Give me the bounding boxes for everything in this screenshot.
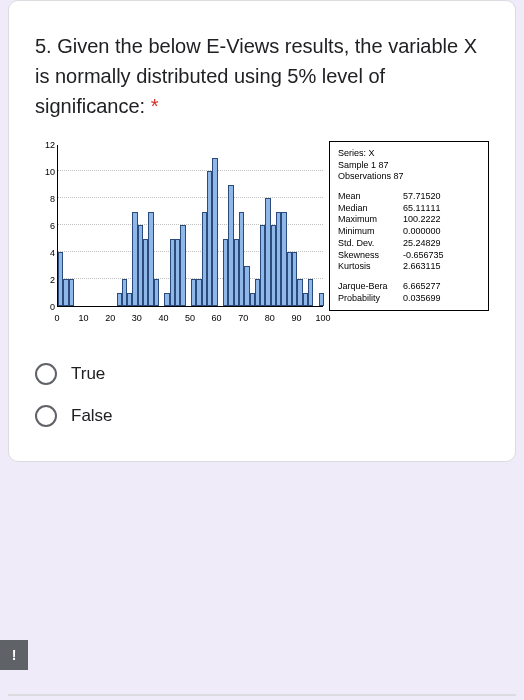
histogram-bar <box>308 279 313 306</box>
stats-header-line: Observations 87 <box>338 171 480 183</box>
stats-row: Mean57.71520 <box>338 191 480 203</box>
x-tick: 10 <box>79 313 89 323</box>
y-tick: 12 <box>37 140 55 150</box>
y-tick: 0 <box>37 302 55 312</box>
y-tick: 10 <box>37 167 55 177</box>
stats-label: Probability <box>338 293 403 305</box>
x-tick: 50 <box>185 313 195 323</box>
histogram-bar <box>319 293 324 307</box>
stats-label: Maximum <box>338 214 403 226</box>
form-card: 5. Given the below E-Views results, the … <box>8 0 516 462</box>
stats-row: Probability0.035699 <box>338 293 480 305</box>
stats-value: 57.71520 <box>403 191 480 203</box>
stats-value: 2.663115 <box>403 261 480 273</box>
y-tick: 4 <box>37 248 55 258</box>
y-tick: 8 <box>37 194 55 204</box>
histogram-bar <box>180 225 185 306</box>
x-tick: 60 <box>212 313 222 323</box>
x-tick: 80 <box>265 313 275 323</box>
stats-row: Median65.11111 <box>338 203 480 215</box>
histogram-chart: 0246810120102030405060708090100 <box>35 141 325 331</box>
stats-label: Minimum <box>338 226 403 238</box>
option-false[interactable]: False <box>35 395 489 437</box>
x-tick: 40 <box>158 313 168 323</box>
statistics-panel: Series: XSample 1 87Observations 87Mean5… <box>329 141 489 311</box>
plot-area <box>57 145 323 307</box>
radio-icon <box>35 405 57 427</box>
x-tick: 90 <box>291 313 301 323</box>
stats-header-line: Sample 1 87 <box>338 160 480 172</box>
radio-icon <box>35 363 57 385</box>
x-tick: 70 <box>238 313 248 323</box>
stats-row: Skewness-0.656735 <box>338 250 480 262</box>
stats-value: 65.11111 <box>403 203 480 215</box>
figure: 0246810120102030405060708090100 Series: … <box>35 141 489 331</box>
stats-label: Jarque-Bera <box>338 281 403 293</box>
stats-value: 6.665277 <box>403 281 480 293</box>
y-tick: 2 <box>37 275 55 285</box>
question-body: 5. Given the below E-Views results, the … <box>35 35 477 117</box>
stats-header-line: Series: X <box>338 148 480 160</box>
stats-value: 0.000000 <box>403 226 480 238</box>
stats-value: 0.035699 <box>403 293 480 305</box>
stats-row: Jarque-Bera6.665277 <box>338 281 480 293</box>
stats-value: 100.2222 <box>403 214 480 226</box>
x-tick: 20 <box>105 313 115 323</box>
stats-label: Kurtosis <box>338 261 403 273</box>
x-tick: 0 <box>54 313 59 323</box>
stats-value: -0.656735 <box>403 250 480 262</box>
stats-value: 25.24829 <box>403 238 480 250</box>
stats-label: Median <box>338 203 403 215</box>
required-marker: * <box>151 95 159 117</box>
stats-label: Std. Dev. <box>338 238 403 250</box>
x-tick: 100 <box>315 313 330 323</box>
stats-label: Mean <box>338 191 403 203</box>
stats-row: Kurtosis2.663115 <box>338 261 480 273</box>
y-tick: 6 <box>37 221 55 231</box>
stats-row: Maximum100.2222 <box>338 214 480 226</box>
question-text: 5. Given the below E-Views results, the … <box>35 31 489 121</box>
divider <box>8 694 516 696</box>
option-label: False <box>71 406 113 426</box>
option-label: True <box>71 364 105 384</box>
stats-row: Minimum0.000000 <box>338 226 480 238</box>
exclamation-icon: ! <box>12 647 17 663</box>
option-true[interactable]: True <box>35 353 489 395</box>
stats-row: Std. Dev.25.24829 <box>338 238 480 250</box>
histogram-bar <box>154 279 159 306</box>
histogram-bar <box>69 279 74 306</box>
histogram-bar <box>212 158 217 307</box>
error-badge[interactable]: ! <box>0 640 28 670</box>
stats-label: Skewness <box>338 250 403 262</box>
x-tick: 30 <box>132 313 142 323</box>
